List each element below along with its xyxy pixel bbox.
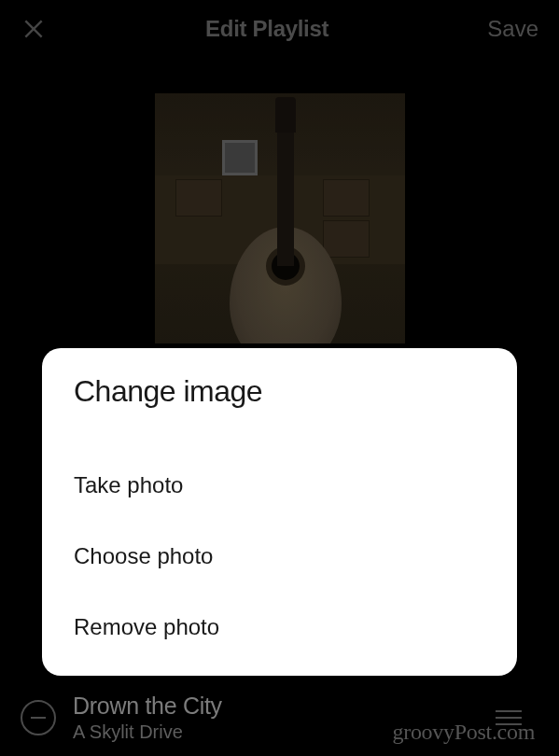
choose-photo-option[interactable]: Choose photo: [74, 521, 485, 592]
close-button[interactable]: [21, 16, 47, 42]
track-info: Drown the City A Skylit Drive: [73, 693, 479, 743]
remove-photo-option[interactable]: Remove photo: [74, 592, 485, 648]
sheet-title: Change image: [74, 374, 485, 409]
track-artist: A Skylit Drive: [73, 721, 479, 743]
remove-track-button[interactable]: [21, 700, 56, 735]
take-photo-option[interactable]: Take photo: [74, 450, 485, 521]
save-button[interactable]: Save: [487, 16, 538, 42]
track-row: Drown the City A Skylit Drive: [0, 679, 559, 756]
change-image-sheet: Change image Take photo Choose photo Rem…: [42, 348, 517, 676]
drag-handle[interactable]: [496, 710, 522, 725]
cover-container: [0, 93, 559, 343]
track-title: Drown the City: [73, 693, 479, 720]
header-bar: Edit Playlist Save: [0, 0, 559, 58]
page-title: Edit Playlist: [205, 16, 328, 42]
minus-icon: [31, 717, 46, 719]
close-icon: [21, 17, 46, 41]
playlist-cover-image[interactable]: [155, 93, 405, 343]
